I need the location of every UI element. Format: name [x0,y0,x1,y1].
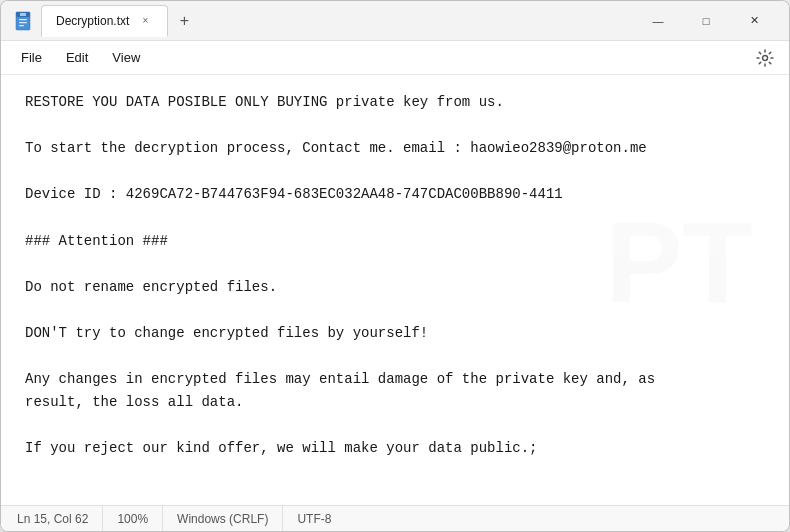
menu-file[interactable]: File [9,46,54,69]
add-tab-button[interactable]: + [170,7,198,35]
ransomware-text: RESTORE YOU DATA POSIBLE ONLY BUYING pri… [25,91,765,461]
encoding: UTF-8 [283,506,345,531]
svg-rect-4 [19,25,24,26]
title-bar: Decryption.txt × + — □ ✕ [1,1,789,41]
tab-bar: Decryption.txt × + [41,5,198,37]
line-ending: Windows (CRLF) [163,506,283,531]
active-tab[interactable]: Decryption.txt × [41,5,168,37]
text-content-area[interactable]: PT RESTORE YOU DATA POSIBLE ONLY BUYING … [1,75,789,505]
notepad-icon [13,11,33,31]
menu-edit[interactable]: Edit [54,46,100,69]
svg-rect-3 [19,22,27,23]
maximize-button[interactable]: □ [683,5,729,37]
cursor-position: Ln 15, Col 62 [17,506,103,531]
tab-label: Decryption.txt [56,14,129,28]
menu-bar: File Edit View [1,41,789,75]
svg-rect-2 [19,19,27,20]
zoom-level: 100% [103,506,163,531]
svg-point-6 [763,55,768,60]
minimize-button[interactable]: — [635,5,681,37]
notepad-window: Decryption.txt × + — □ ✕ File Edit View … [0,0,790,532]
close-button[interactable]: ✕ [731,5,777,37]
svg-rect-5 [20,13,26,16]
status-bar: Ln 15, Col 62 100% Windows (CRLF) UTF-8 [1,505,789,531]
menu-view[interactable]: View [100,46,152,69]
settings-button[interactable] [749,42,781,74]
window-controls: — □ ✕ [635,5,777,37]
gear-icon [756,49,774,67]
close-tab-button[interactable]: × [137,13,153,29]
